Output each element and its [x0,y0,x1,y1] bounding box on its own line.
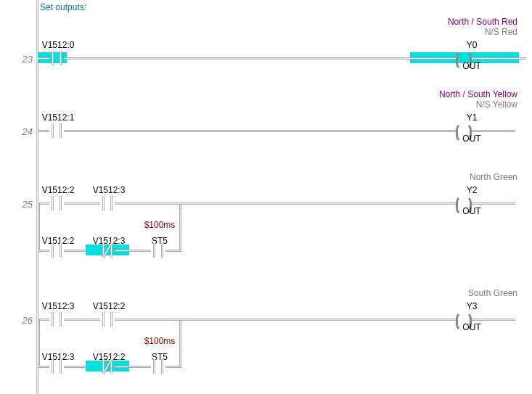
wire [38,130,49,132]
contact-address: V1512:3 [36,301,80,311]
contact-no[interactable] [151,243,165,258]
wire [64,202,100,205]
wire [38,57,49,59]
coil-type: OUT [457,206,486,216]
contact-no[interactable] [49,243,64,258]
coil-address: Y2 [450,185,494,195]
wire [472,319,515,321]
contact-no[interactable] [49,312,64,327]
timer-value: $100ms [138,220,181,230]
wire [64,57,456,59]
coil-address: Y0 [450,40,494,50]
wire [38,366,49,368]
coil-comment-alias: North Green [336,172,517,182]
wire [64,319,100,321]
contact-address: V1512:1 [36,112,80,123]
timer-value: $100ms [138,336,181,346]
wire [472,57,526,59]
contact-no[interactable] [100,196,115,210]
wire [472,130,515,132]
wire [38,202,40,250]
rung-number: 25 [12,199,33,210]
wire [165,366,181,368]
rung-number: 24 [12,126,33,137]
coil-comment-alias: N/S Red [336,27,517,37]
contact-no[interactable] [49,196,64,210]
contact-no[interactable] [49,123,64,138]
rung-number: 26 [12,315,33,326]
coil-address: Y1 [450,112,494,123]
contact-address: V1512:0 [36,40,80,50]
wire [64,130,456,132]
wire [179,202,456,205]
wire [38,319,40,366]
contact-address: V1512:2 [36,185,80,195]
rung-number: 23 [12,54,33,65]
section-heading: Set outputs: [40,2,86,12]
coil-type: OUT [457,134,486,144]
contact-no[interactable] [49,51,64,65]
wire [115,250,151,252]
contact-address: V1512:2 [87,301,131,311]
contact-no[interactable] [49,359,64,374]
wire [165,250,181,252]
coil-comment-long: North / South Red [336,17,517,27]
wire [115,202,179,205]
coil-comment-long: North / South Yellow [336,89,517,99]
contact-nc[interactable] [100,243,115,258]
contact-nc[interactable] [100,359,115,374]
wire [115,366,151,368]
contact-no[interactable] [100,312,115,327]
coil-type: OUT [457,61,486,71]
coil-comment-alias: N/S Yellow [336,99,517,110]
contact-no[interactable] [151,359,165,374]
contact-address: V1512:3 [87,185,131,195]
coil-comment-alias: South Green [336,288,517,298]
wire [472,202,515,205]
coil-address: Y3 [450,301,494,311]
wire [38,250,49,252]
wire [179,319,456,321]
wire [115,319,179,321]
coil-type: OUT [457,322,486,332]
